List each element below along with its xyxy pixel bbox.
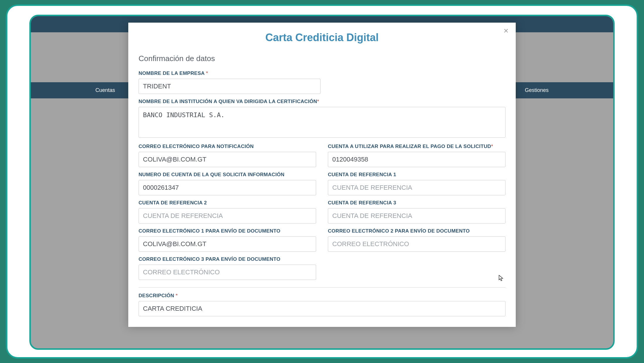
numero-cuenta-info-input[interactable] — [139, 180, 316, 195]
label-correo-doc-2: CORREO ELECTRÓNICO 2 PARA ENVÍO DE DOCUM… — [328, 228, 505, 234]
label-cuenta-pago: CUENTA A UTILIZAR PARA REALIZAR EL PAGO … — [328, 144, 505, 149]
section-divider — [139, 287, 505, 288]
label-numero-cuenta-info: NUMERO DE CUENTA DE LA QUE SOLICITA INFO… — [139, 172, 316, 178]
device-frame-outer: Cuentas Gestiones × Carta Crediticia Dig… — [6, 4, 638, 359]
correo-doc-2-input[interactable] — [328, 236, 505, 252]
close-button[interactable]: × — [504, 27, 508, 35]
nav-item-cuentas[interactable]: Cuentas — [95, 87, 115, 93]
referencia-2-input[interactable] — [139, 208, 316, 223]
mouse-cursor-icon — [498, 275, 504, 281]
label-correo-doc-1: CORREO ELECTRÓNICO 1 PARA ENVÍO DE DOCUM… — [139, 228, 316, 234]
label-institucion: NOMBRE DE LA INSTITUCIÓN A QUIEN VA DIRI… — [139, 99, 505, 105]
app-window: Cuentas Gestiones × Carta Crediticia Dig… — [29, 15, 615, 350]
institucion-textarea[interactable] — [139, 107, 505, 138]
label-referencia-2: CUENTA DE REFERENCIA 2 — [139, 200, 316, 206]
referencia-3-input[interactable] — [328, 208, 505, 223]
label-descripcion: DESCRIPCIÓN * — [139, 293, 505, 299]
modal-title: Carta Crediticia Digital — [139, 23, 505, 48]
correo-doc-3-input[interactable] — [139, 265, 316, 280]
label-referencia-3: CUENTA DE REFERENCIA 3 — [328, 200, 505, 206]
correo-doc-1-input[interactable] — [139, 236, 316, 252]
modal-dialog: × Carta Crediticia Digital Confirmación … — [128, 23, 516, 327]
modal-subtitle: Confirmación de datos — [139, 48, 505, 70]
cuenta-pago-input[interactable] — [328, 152, 505, 167]
correo-notificacion-input[interactable] — [139, 152, 316, 167]
referencia-1-input[interactable] — [328, 180, 505, 195]
label-correo-doc-3: CORREO ELECTRÓNICO 3 PARA ENVÍO DE DOCUM… — [139, 256, 316, 262]
nav-item-gestiones[interactable]: Gestiones — [525, 87, 549, 93]
label-correo-notificacion: CORREO ELECTRÓNICO PARA NOTIFICACIÓN — [139, 144, 316, 149]
empresa-input[interactable] — [139, 79, 321, 94]
label-empresa: NOMBRE DE LA EMPRESA * — [139, 70, 505, 76]
label-referencia-1: CUENTA DE REFERENCIA 1 — [328, 172, 505, 178]
descripcion-input[interactable] — [139, 301, 505, 316]
